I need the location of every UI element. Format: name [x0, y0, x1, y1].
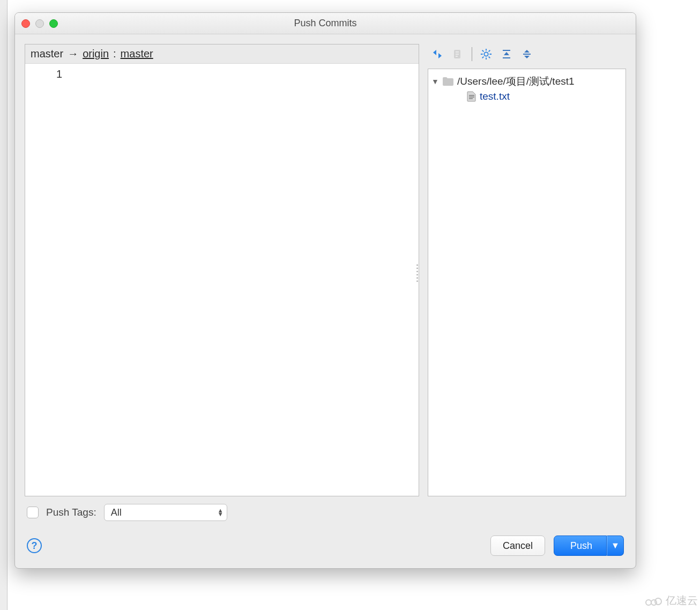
collapse-all-icon[interactable] — [519, 47, 534, 62]
close-window-button[interactable] — [21, 19, 30, 28]
help-button[interactable]: ? — [27, 538, 42, 553]
commit-item[interactable]: 1 — [25, 67, 419, 81]
expand-all-icon[interactable] — [499, 47, 514, 62]
cancel-button[interactable]: Cancel — [490, 535, 545, 556]
chevron-down-icon: ▼ — [611, 541, 620, 551]
changes-toolbar — [428, 44, 626, 64]
push-tags-select[interactable]: All ▲▼ — [104, 504, 227, 521]
arrow-right-icon: → — [68, 48, 78, 60]
branch-separator: : — [113, 48, 116, 60]
push-tags-selected-value: All — [111, 507, 122, 518]
zoom-window-button[interactable] — [49, 19, 58, 28]
svg-point-14 — [651, 600, 657, 605]
options-row: Push Tags: All ▲▼ — [15, 496, 636, 529]
disclosure-triangle-icon[interactable]: ▼ — [431, 77, 439, 86]
tree-folder-row[interactable]: ▼ /Users/lee/项目/测试/test1 — [431, 73, 622, 90]
remote-branch-link[interactable]: master — [121, 48, 153, 60]
changes-panel: ▼ /Users/lee/项目/测试/test1 test.txt — [428, 44, 626, 496]
svg-point-1 — [484, 52, 488, 56]
toolbar-separator — [472, 47, 472, 61]
svg-line-6 — [482, 50, 484, 52]
window-controls — [21, 19, 58, 28]
commits-list[interactable]: 1 — [25, 64, 419, 496]
local-branch-label: master — [31, 48, 63, 60]
action-row: ? Cancel Push ▼ — [15, 529, 636, 563]
push-tags-label: Push Tags: — [46, 507, 96, 518]
svg-line-9 — [489, 50, 490, 52]
select-stepper-icon: ▲▼ — [218, 509, 224, 516]
watermark-text: 亿速云 — [666, 593, 698, 608]
folder-icon — [442, 77, 454, 86]
parent-window-edge — [0, 0, 8, 610]
branch-tracking-row[interactable]: master → origin : master — [25, 44, 419, 64]
tree-file-name: test.txt — [480, 91, 510, 102]
push-button-group: Push ▼ — [554, 535, 624, 556]
remote-name-link[interactable]: origin — [83, 48, 109, 60]
tree-file-row[interactable]: test.txt — [431, 90, 622, 103]
revert-icon — [450, 47, 465, 62]
splitter-handle[interactable] — [415, 259, 419, 286]
svg-line-7 — [489, 57, 490, 58]
titlebar: Push Commits — [15, 13, 636, 34]
push-dropdown-toggle[interactable]: ▼ — [607, 535, 624, 556]
dialog-content: master → origin : master 1 — [15, 34, 636, 496]
push-commits-dialog: Push Commits master → origin : master 1 — [14, 12, 636, 569]
window-title: Push Commits — [15, 18, 636, 29]
tree-folder-path: /Users/lee/项目/测试/test1 — [457, 75, 575, 88]
changed-files-tree[interactable]: ▼ /Users/lee/项目/测试/test1 test.txt — [428, 69, 626, 496]
svg-line-8 — [482, 57, 484, 58]
minimize-window-button — [35, 19, 44, 28]
text-file-icon — [467, 91, 476, 102]
watermark: 亿速云 — [644, 593, 698, 608]
settings-gear-icon[interactable] — [479, 47, 494, 62]
push-button[interactable]: Push — [554, 535, 607, 556]
svg-point-13 — [646, 600, 651, 605]
show-diff-icon[interactable] — [430, 47, 445, 62]
commits-panel: master → origin : master 1 — [25, 44, 419, 496]
push-tags-checkbox[interactable] — [27, 507, 39, 518]
